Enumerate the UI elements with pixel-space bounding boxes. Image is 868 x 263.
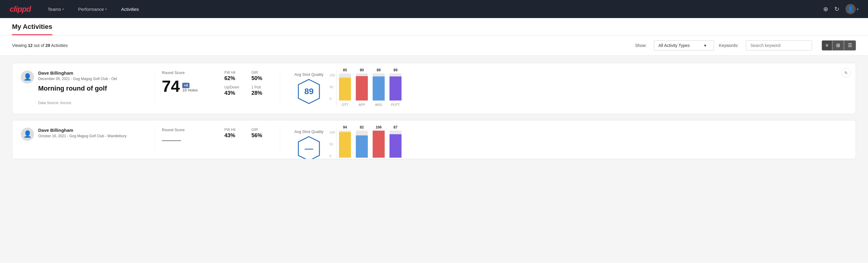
activity-card: 👤 Dave Billingham December 05, 2021 - Go… [12,63,856,114]
y-label-0: 0 [330,97,335,100]
holes-label: 18 Holes [182,88,197,92]
show-label: Show: [635,43,647,48]
fw-hit-label: FW Hit [224,70,245,75]
y-label-50: 50 [330,85,335,89]
one-putt-value: 28% [251,90,273,96]
bar-outer [356,130,368,158]
card-left: 👤 Dave Billingham December 05, 2021 - Go… [21,70,147,105]
compact-view-button[interactable]: ☰ [844,40,856,51]
refresh-icon[interactable]: ↻ [834,5,839,12]
bar-value-label: 106 [376,125,382,129]
bar-column: 106ARG [373,125,385,159]
quality-hexagon: — [296,135,322,159]
card-quality: Avg Shot Quality 89 100 50 0 [294,70,415,107]
bar-column: 94OTT [339,125,351,159]
gir-stat: GIR 50% [251,70,273,82]
bar-chart-container: 100 50 0 94OTT82APP106ARG87PUTT [330,127,415,159]
card-sub-stats: FW Hit 43% GIR 56% [224,127,273,139]
nav-item-performance[interactable]: Performance ▾ [76,5,109,13]
card-date: October 16, 2021 - Gog Magog Golf Club -… [38,134,127,138]
bar-outer [390,130,402,158]
nav-item-activities[interactable]: Activities [119,5,142,13]
y-label-100: 100 [330,74,335,77]
fw-hit-stat: FW Hit 62% [224,70,245,82]
bar-outer [339,130,351,158]
bar-outer [373,74,385,100]
chevron-down-icon: ▾ [704,43,706,48]
card-quality: Avg Shot Quality — 100 50 0 [294,127,415,159]
nav-teams-label: Teams [48,7,61,12]
card-info: Dave Billingham October 16, 2021 - Gog M… [38,127,127,138]
quality-hexagon-wrap: Avg Shot Quality 89 [294,72,323,105]
bar-axis-label: OTT [342,103,348,107]
chart-y-labels: 100 50 0 [330,70,335,100]
round-score-label: Round Score [162,70,222,75]
card-source: Data Source: Arccos [38,101,117,105]
fw-hit-label: FW Hit [224,127,245,132]
viewing-total: 29 [45,43,50,48]
gir-label: GIR [251,70,273,75]
keyword-search-input[interactable] [746,40,812,51]
card-left: 👤 Dave Billingham October 16, 2021 - Gog… [21,127,147,141]
add-icon[interactable]: ⊕ [823,5,828,12]
bar-column: 85OTT [339,68,351,107]
y-label-100: 100 [330,130,335,134]
fw-hit-value: 62% [224,75,245,82]
view-toggles: ≡ ⊞ ☰ [822,40,856,51]
round-score-label: Round Score [162,127,222,132]
logo: clippd [10,4,31,14]
bar-chart: 85OTT90APP89ARG89PUTT [336,70,404,107]
card-divider [154,70,155,107]
avatar: 👤 [21,70,34,84]
bar-value-label: 82 [360,125,364,129]
nav-activities-label: Activities [121,7,139,12]
avg-quality-label: Avg Shot Quality [294,129,323,134]
page-header: My Activities [0,18,868,35]
card-round-score: Round Score 74 +4 18 Holes [162,70,222,94]
user-avatar-button[interactable]: 👤 ▾ [845,4,858,14]
chevron-down-icon: ▾ [62,7,64,11]
gir-label: GIR [251,127,273,132]
score-value: 74 [162,78,180,94]
bar-axis-label: APP [359,103,365,107]
viewing-text: Viewing 12 out of 29 Activities [12,43,68,48]
bar-inner [373,77,385,100]
avg-quality-label: Avg Shot Quality [294,72,323,77]
edit-button[interactable]: ✎ [841,68,851,78]
activity-type-dropdown[interactable]: All Activity Types ▾ [654,40,714,51]
quality-score: — [305,144,313,153]
card-divider-2 [280,70,280,107]
avatar: 👤 [845,4,856,14]
bar-outer [339,74,351,100]
chart-y-labels: 100 50 0 [330,127,335,158]
bar-chart-container: 100 50 0 85OTT90APP89ARG89PUTT [330,70,415,107]
avatar: 👤 [21,127,34,141]
bar-value-label: 87 [394,125,397,129]
y-label-50: 50 [330,142,335,146]
nav-performance-label: Performance [78,7,104,12]
bar-axis-label: PUTT [391,103,400,107]
bar-column: 87PUTT [390,125,402,159]
score-row: —— [162,135,222,145]
grid-view-button[interactable]: ⊞ [832,40,844,51]
bar-inner [390,134,402,158]
activity-type-value: All Activity Types [658,43,690,48]
bar-column: 90APP [356,68,368,107]
viewing-count: 12 [28,43,33,48]
updown-value: 43% [224,90,245,96]
card-player-name: Dave Billingham [38,127,127,133]
gir-value: 50% [251,75,273,82]
score-badge-wrap: +4 18 Holes [182,83,197,94]
bar-value-label: 90 [360,68,364,72]
nav-item-teams[interactable]: Teams ▾ [45,5,66,13]
quality-hexagon-wrap: Avg Shot Quality — [294,129,323,159]
list-view-button[interactable]: ≡ [822,40,832,51]
bar-column: 82APP [356,125,368,159]
card-divider-2 [280,127,280,152]
bar-outer [373,130,385,158]
card-date: December 05, 2021 - Gog Magog Golf Club … [38,77,117,81]
bar-inner [356,76,368,100]
gir-stat: GIR 56% [251,127,273,139]
navbar: clippd Teams ▾ Performance ▾ Activities … [0,0,868,18]
bar-value-label: 94 [343,125,347,129]
